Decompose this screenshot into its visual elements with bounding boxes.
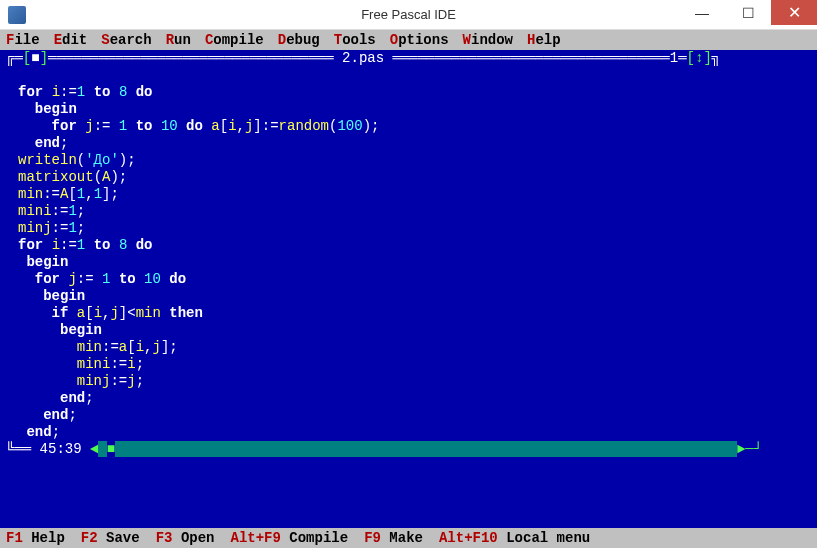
status-open[interactable]: F3 Open bbox=[156, 530, 225, 546]
code-editor[interactable]: for i:=1 to 8 do begin for j:= 1 to 10 d… bbox=[0, 67, 817, 441]
editor-workspace: ╔═[■]══════════════════════════════════ … bbox=[0, 50, 817, 528]
app-icon bbox=[8, 6, 26, 24]
status-localmenu[interactable]: Alt+F10 Local menu bbox=[439, 530, 600, 546]
window-titlebar: Free Pascal IDE — ☐ ✕ bbox=[0, 0, 817, 30]
close-button[interactable]: ✕ bbox=[771, 0, 817, 25]
menubar: File Edit Search Run Compile Debug Tools… bbox=[0, 30, 817, 50]
menu-run[interactable]: Run bbox=[166, 32, 191, 48]
status-save[interactable]: F2 Save bbox=[81, 530, 150, 546]
menu-options[interactable]: Options bbox=[390, 32, 449, 48]
minimize-button[interactable]: — bbox=[679, 0, 725, 25]
cursor-position: 45:39 bbox=[40, 441, 82, 457]
editor-frame-top: ╔═[■]══════════════════════════════════ … bbox=[0, 50, 817, 67]
status-help[interactable]: F1 Help bbox=[6, 530, 75, 546]
menu-edit[interactable]: Edit bbox=[54, 32, 88, 48]
editor-window-number: 1 bbox=[670, 50, 678, 66]
maximize-button[interactable]: ☐ bbox=[725, 0, 771, 25]
menu-window[interactable]: Window bbox=[463, 32, 513, 48]
menu-file[interactable]: File bbox=[6, 32, 40, 48]
editor-filename: 2.pas bbox=[342, 50, 384, 66]
window-controls: — ☐ ✕ bbox=[679, 0, 817, 30]
menu-compile[interactable]: Compile bbox=[205, 32, 264, 48]
status-make[interactable]: F9 Make bbox=[364, 530, 433, 546]
status-compile[interactable]: Alt+F9 Compile bbox=[230, 530, 358, 546]
window-title: Free Pascal IDE bbox=[361, 7, 456, 22]
editor-frame-bottom: ╚══ 45:39 ◄▒■▒▒▒▒▒▒▒▒▒▒▒▒▒▒▒▒▒▒▒▒▒▒▒▒▒▒▒… bbox=[0, 441, 817, 458]
scroll-right-icon[interactable]: ►─┘ bbox=[737, 441, 762, 457]
statusbar: F1 Help F2 Save F3 Open Alt+F9 Compile F… bbox=[0, 528, 817, 548]
menu-debug[interactable]: Debug bbox=[278, 32, 320, 48]
menu-help[interactable]: Help bbox=[527, 32, 561, 48]
menu-search[interactable]: Search bbox=[101, 32, 151, 48]
menu-tools[interactable]: Tools bbox=[334, 32, 376, 48]
